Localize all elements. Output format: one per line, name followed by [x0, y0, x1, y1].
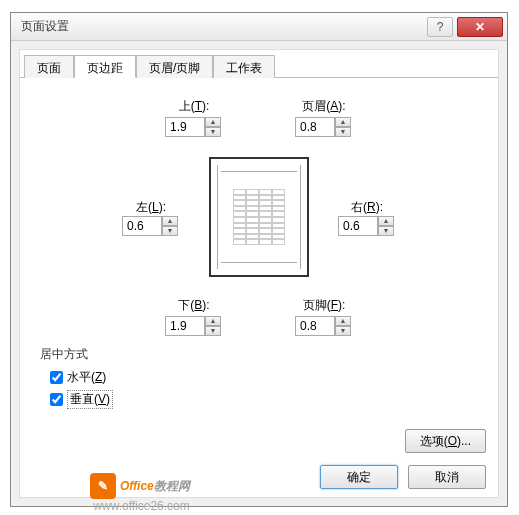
- header-label: 页眉(A):: [279, 98, 369, 115]
- top-row: 上(T): ▲▼ 页眉(A): ▲▼: [40, 98, 478, 137]
- right-spinner[interactable]: ▲▼: [338, 216, 396, 236]
- tab-margins[interactable]: 页边距: [74, 55, 136, 78]
- left-label: 左(L):: [136, 200, 166, 214]
- horizontal-checkbox[interactable]: [50, 371, 63, 384]
- spin-down-icon[interactable]: ▼: [205, 127, 221, 137]
- options-button[interactable]: 选项(O)...: [405, 429, 486, 453]
- top-spinner[interactable]: ▲▼: [165, 117, 223, 137]
- preview-grid: [233, 189, 285, 245]
- help-button[interactable]: ?: [427, 17, 453, 37]
- bottom-label: 下(B):: [149, 297, 239, 314]
- dialog-title: 页面设置: [21, 18, 427, 35]
- bottom-field: 下(B): ▲▼: [149, 297, 239, 336]
- top-label: 上(T):: [149, 98, 239, 115]
- dialog-footer: 确定 取消: [320, 465, 486, 489]
- spin-up-icon[interactable]: ▲: [205, 316, 221, 326]
- top-input[interactable]: [165, 117, 205, 137]
- footer-spinner[interactable]: ▲▼: [295, 316, 353, 336]
- spin-up-icon[interactable]: ▲: [335, 316, 351, 326]
- cancel-button[interactable]: 取消: [408, 465, 486, 489]
- titlebar: 页面设置 ? ✕: [11, 13, 507, 41]
- header-spinner[interactable]: ▲▼: [295, 117, 353, 137]
- left-input[interactable]: [122, 216, 162, 236]
- right-field: 右(R): ▲▼: [327, 199, 407, 236]
- tab-headerfooter[interactable]: 页眉/页脚: [136, 55, 213, 78]
- page-preview: [209, 157, 309, 277]
- ok-button[interactable]: 确定: [320, 465, 398, 489]
- bottom-row: 下(B): ▲▼ 页脚(F): ▲▼: [40, 297, 478, 336]
- spin-down-icon[interactable]: ▼: [162, 226, 178, 236]
- spin-up-icon[interactable]: ▲: [378, 216, 394, 226]
- right-input[interactable]: [338, 216, 378, 236]
- horizontal-label: 水平(Z): [67, 369, 106, 386]
- mid-row: 左(L): ▲▼ 右(R):: [40, 157, 478, 277]
- header-input[interactable]: [295, 117, 335, 137]
- spin-down-icon[interactable]: ▼: [378, 226, 394, 236]
- vertical-checkbox[interactable]: [50, 393, 63, 406]
- spin-up-icon[interactable]: ▲: [162, 216, 178, 226]
- options-row: 选项(O)...: [405, 429, 486, 453]
- tab-content: 上(T): ▲▼ 页眉(A): ▲▼ 左(L):: [20, 78, 498, 497]
- vertical-label: 垂直(V): [67, 390, 113, 409]
- tab-strip: 页面 页边距 页眉/页脚 工作表: [20, 50, 498, 78]
- footer-input[interactable]: [295, 316, 335, 336]
- close-button[interactable]: ✕: [457, 17, 503, 37]
- spin-down-icon[interactable]: ▼: [335, 127, 351, 137]
- tab-page[interactable]: 页面: [24, 55, 74, 78]
- left-field: 左(L): ▲▼: [111, 199, 191, 236]
- center-group: 居中方式 水平(Z) 垂直(V): [40, 346, 478, 409]
- spin-down-icon[interactable]: ▼: [205, 326, 221, 336]
- tab-sheet[interactable]: 工作表: [213, 55, 275, 78]
- left-spinner[interactable]: ▲▼: [122, 216, 180, 236]
- footer-field: 页脚(F): ▲▼: [279, 297, 369, 336]
- page-setup-dialog: 页面设置 ? ✕ 页面 页边距 页眉/页脚 工作表 上(T): ▲▼ 页眉(A)…: [10, 12, 508, 507]
- header-field: 页眉(A): ▲▼: [279, 98, 369, 137]
- spin-up-icon[interactable]: ▲: [205, 117, 221, 127]
- footer-label: 页脚(F):: [279, 297, 369, 314]
- dialog-body: 页面 页边距 页眉/页脚 工作表 上(T): ▲▼ 页眉(A): ▲: [19, 49, 499, 498]
- top-field: 上(T): ▲▼: [149, 98, 239, 137]
- right-label: 右(R):: [351, 200, 383, 214]
- center-group-title: 居中方式: [40, 346, 478, 363]
- bottom-spinner[interactable]: ▲▼: [165, 316, 223, 336]
- spin-down-icon[interactable]: ▼: [335, 326, 351, 336]
- bottom-input[interactable]: [165, 316, 205, 336]
- spin-up-icon[interactable]: ▲: [335, 117, 351, 127]
